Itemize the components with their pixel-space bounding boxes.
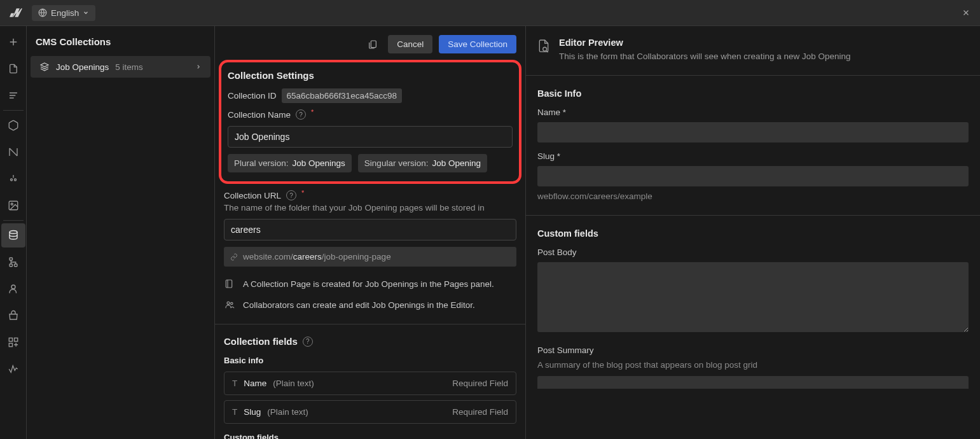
globe-icon — [38, 8, 47, 17]
settings-panel: Cancel Save Collection Collection Settin… — [215, 26, 526, 439]
collection-item[interactable]: Job Openings 5 items — [31, 56, 210, 78]
preview-name-input[interactable] — [537, 122, 969, 143]
rail-components-icon[interactable] — [1, 113, 25, 137]
close-icon[interactable] — [958, 5, 974, 20]
svg-rect-7 — [14, 264, 17, 267]
link-icon — [230, 253, 238, 261]
collection-settings-highlight: Collection Settings Collection ID 65a6cb… — [219, 60, 521, 184]
rail-cms-icon[interactable] — [1, 223, 25, 247]
preview-basic-heading: Basic Info — [537, 88, 969, 99]
field-required-label: Required Field — [452, 379, 508, 388]
copy-icon[interactable] — [364, 36, 382, 53]
url-preview-slug: careers — [293, 252, 322, 261]
rail-audit-icon[interactable] — [1, 357, 25, 381]
url-preview-prefix: website.com/ — [243, 252, 293, 261]
custom-fields-heading: Custom fields — [224, 433, 516, 439]
svg-point-2 — [14, 179, 16, 181]
plural-value: Job Openings — [293, 158, 345, 168]
preview-title: Editor Preview — [559, 38, 850, 48]
field-type-hint: (Plain text) — [273, 379, 314, 388]
field-row-slug[interactable]: T Slug (Plain text) Required Field — [224, 400, 516, 424]
text-type-icon: T — [232, 379, 237, 388]
preview-panel: Editor Preview This is the form that Col… — [526, 26, 980, 439]
preview-postbody-input[interactable] — [537, 262, 969, 332]
help-icon[interactable]: ? — [296, 109, 306, 120]
rail-ecommerce-icon[interactable] — [1, 303, 25, 328]
field-name-label: Slug — [244, 407, 261, 417]
collection-url-label: Collection URL — [224, 191, 281, 200]
svg-rect-11 — [14, 338, 17, 341]
singular-chip[interactable]: Singular version: Job Opening — [358, 154, 487, 172]
panel-title: CMS Collections — [27, 26, 214, 56]
save-collection-button[interactable]: Save Collection — [439, 35, 516, 53]
collection-settings-heading: Collection Settings — [228, 70, 513, 81]
preview-postsummary-hint: A summary of the blog post that appears … — [537, 360, 969, 370]
plural-chip[interactable]: Plural version: Job Openings — [228, 154, 352, 172]
singular-value: Job Opening — [432, 158, 481, 168]
plural-label: Plural version: — [234, 158, 289, 168]
rail-assets-icon[interactable] — [1, 193, 25, 218]
preview-header: Editor Preview This is the form that Col… — [526, 26, 980, 76]
svg-point-9 — [11, 285, 15, 289]
preview-name-label: Name * — [537, 108, 969, 117]
left-tool-rail — [0, 26, 27, 439]
info-collection-page: A Collection Page is created for Job Ope… — [243, 279, 494, 289]
language-selector[interactable]: English — [32, 5, 95, 21]
collection-id-value[interactable]: 65a6cbab666f31eca45acc98 — [282, 88, 402, 103]
collection-name-label: Collection Name — [228, 110, 291, 120]
collection-url-input[interactable] — [224, 219, 516, 240]
preview-slug-hint: webflow.com/careers/example — [537, 192, 969, 201]
info-collaborators: Collaborators can create and edit Job Op… — [243, 300, 475, 310]
rail-users-icon[interactable] — [1, 277, 25, 301]
document-search-icon — [537, 38, 550, 61]
preview-postbody-label: Post Body — [537, 247, 969, 257]
rail-apps-icon[interactable] — [1, 330, 25, 354]
collection-name: Job Openings — [56, 62, 109, 72]
field-required-label: Required Field — [452, 407, 508, 417]
page-icon — [224, 278, 235, 289]
collection-count: 5 items — [115, 62, 143, 72]
chevron-down-icon — [83, 10, 89, 16]
stack-icon — [39, 62, 50, 72]
preview-postsummary-input[interactable] — [537, 376, 969, 389]
preview-custom-heading: Custom fields — [537, 228, 969, 239]
cancel-button[interactable]: Cancel — [388, 35, 432, 53]
rail-add-icon[interactable] — [1, 30, 25, 54]
settings-toolbar: Cancel Save Collection — [215, 26, 525, 60]
svg-rect-12 — [9, 344, 12, 347]
help-icon[interactable]: ? — [286, 190, 296, 200]
preview-subtitle: This is the form that Collaborators will… — [559, 52, 850, 61]
rail-logic-icon[interactable] — [1, 250, 25, 274]
preview-basic-section: Basic Info Name * Slug * webflow.com/car… — [526, 76, 980, 216]
collection-url-block: Collection URL ? * The name of the folde… — [215, 188, 525, 324]
svg-rect-13 — [371, 41, 376, 48]
svg-point-17 — [543, 47, 547, 51]
field-type-hint: (Plain text) — [267, 407, 308, 417]
rail-styles-icon[interactable] — [1, 167, 25, 191]
required-star: * — [301, 189, 304, 197]
chevron-right-icon — [195, 64, 202, 70]
text-type-icon: T — [232, 407, 237, 417]
url-preview: website.com/careers/job-opening-page — [224, 247, 516, 267]
webflow-logo-icon — [9, 6, 23, 20]
preview-slug-input[interactable] — [537, 166, 969, 186]
preview-slug-label: Slug * — [537, 151, 969, 161]
url-preview-suffix: /job-opening-page — [322, 252, 391, 261]
svg-point-1 — [10, 179, 12, 181]
rail-variables-icon[interactable] — [1, 140, 25, 164]
help-icon[interactable]: ? — [303, 337, 313, 347]
collaborators-icon — [224, 300, 235, 310]
singular-label: Singular version: — [364, 158, 429, 168]
collection-name-input[interactable] — [228, 126, 513, 148]
collection-fields-heading: Collection fields — [224, 336, 298, 347]
rail-pages-icon[interactable] — [1, 57, 25, 81]
svg-rect-6 — [10, 258, 13, 260]
svg-rect-8 — [10, 264, 13, 267]
svg-point-15 — [227, 302, 230, 304]
svg-point-16 — [231, 302, 233, 304]
svg-rect-10 — [9, 338, 12, 341]
rail-navigator-icon[interactable] — [1, 83, 25, 108]
field-row-name[interactable]: T Name (Plain text) Required Field — [224, 372, 516, 395]
required-star: * — [311, 108, 314, 116]
basic-info-heading: Basic info — [224, 356, 516, 365]
